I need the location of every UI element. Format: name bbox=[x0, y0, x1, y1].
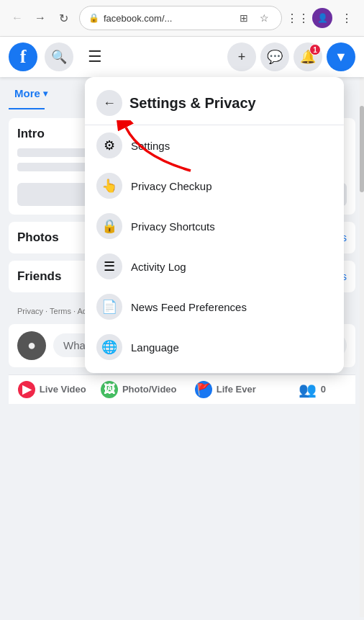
globe-icon: 🌐 bbox=[101, 339, 117, 355]
lock-icon: 🔒 bbox=[101, 218, 117, 234]
chevron-icon: ▾ bbox=[43, 89, 47, 99]
notification-badge: 1 bbox=[309, 44, 321, 55]
back-icon: ← bbox=[103, 96, 116, 111]
photos-title: Photos bbox=[17, 230, 59, 245]
header-right: + 💬 🔔 1 ▼ bbox=[227, 42, 355, 71]
more-button[interactable]: More ▾ bbox=[9, 84, 53, 102]
news-feed-label: News Feed Preferences bbox=[131, 301, 247, 313]
activity-log-icon-circle: ☰ bbox=[96, 253, 122, 279]
translate-button[interactable]: ⊞ bbox=[235, 9, 252, 27]
language-label: Language bbox=[131, 341, 179, 354]
dropdown-title: Settings & Privacy bbox=[129, 95, 256, 112]
search-icon: 🔍 bbox=[51, 49, 67, 65]
nav-buttons: ← → ↻ bbox=[7, 8, 73, 28]
address-actions: ⊞ ☆ bbox=[235, 9, 273, 27]
composer-avatar: ● bbox=[17, 331, 46, 360]
menu-item-settings[interactable]: ⚙ Settings bbox=[85, 125, 344, 166]
account-dropdown-button[interactable]: ▼ bbox=[327, 42, 355, 71]
privacy-shortcuts-icon-circle: 🔒 bbox=[96, 213, 122, 239]
settings-privacy-dropdown: ← Settings & Privacy ⚙ Settings 👆 Privac… bbox=[85, 77, 344, 373]
photo-icon: 🖼 bbox=[101, 381, 118, 398]
menu-item-privacy-shortcuts[interactable]: 🔒 Privacy Shortcuts bbox=[85, 206, 344, 246]
settings-icon-circle: ⚙ bbox=[96, 132, 122, 158]
post-actions: ▶ Live Video 🖼 Photo/Video 🚩 Life Ever 👥… bbox=[9, 374, 355, 404]
address-text: facebook.com/... bbox=[104, 13, 231, 24]
checkup-icon: 👆 bbox=[101, 178, 117, 194]
dropdown-header: ← Settings & Privacy bbox=[85, 83, 344, 125]
avatar-icon: ● bbox=[27, 337, 36, 354]
friends-button[interactable]: 👥 0 bbox=[269, 375, 356, 404]
facebook-header: f 🔍 ☰ + 💬 🔔 1 ▼ bbox=[0, 37, 364, 77]
privacy-checkup-label: Privacy Checkup bbox=[131, 180, 212, 192]
privacy-checkup-icon-circle: 👆 bbox=[96, 173, 122, 199]
plus-icon: + bbox=[238, 50, 246, 65]
friends-count: 0 bbox=[321, 384, 326, 395]
news-feed-icon-circle: 📄 bbox=[96, 294, 122, 320]
life-event-button[interactable]: 🚩 Life Ever bbox=[182, 375, 269, 404]
browser-actions: ⋮⋮ 👤 ⋮ bbox=[288, 8, 357, 28]
bookmark-button[interactable]: ☆ bbox=[255, 9, 273, 27]
list-icon: ☰ bbox=[104, 259, 115, 274]
more-label: More bbox=[14, 87, 40, 99]
life-icon: 🚩 bbox=[195, 381, 212, 398]
messenger-icon: 💬 bbox=[267, 49, 283, 65]
refresh-button[interactable]: ↻ bbox=[53, 8, 73, 28]
extensions-button[interactable]: ⋮⋮ bbox=[288, 8, 308, 28]
scrollbar-thumb[interactable] bbox=[360, 106, 364, 192]
tab-underline bbox=[9, 108, 45, 109]
photo-label: Photo/Video bbox=[122, 384, 177, 395]
photo-video-button[interactable]: 🖼 Photo/Video bbox=[96, 375, 183, 404]
news-icon: 📄 bbox=[101, 299, 117, 315]
profile-avatar: 👤 bbox=[312, 8, 332, 28]
menu-item-language[interactable]: 🌐 Language bbox=[85, 327, 344, 367]
live-video-button[interactable]: ▶ Live Video bbox=[9, 375, 96, 404]
live-icon: ▶ bbox=[18, 381, 35, 398]
dropdown-back-button[interactable]: ← bbox=[96, 90, 122, 116]
forward-button[interactable]: → bbox=[30, 8, 50, 28]
search-button[interactable]: 🔍 bbox=[45, 42, 73, 71]
live-label: Live Video bbox=[40, 384, 86, 395]
life-label: Life Ever bbox=[217, 384, 256, 395]
friends-icon: 👥 bbox=[299, 381, 317, 398]
menu-item-privacy-checkup[interactable]: 👆 Privacy Checkup bbox=[85, 166, 344, 206]
menu-button[interactable]: ☰ bbox=[81, 42, 109, 71]
back-button[interactable]: ← bbox=[7, 8, 27, 28]
activity-log-label: Activity Log bbox=[131, 261, 186, 273]
menu-item-activity-log[interactable]: ☰ Activity Log bbox=[85, 246, 344, 287]
more-options-button[interactable]: ⋮ bbox=[337, 8, 357, 28]
address-bar[interactable]: 🔒 facebook.com/... ⊞ ☆ bbox=[79, 6, 282, 30]
lock-icon: 🔒 bbox=[88, 13, 99, 23]
browser-chrome: ← → ↻ 🔒 facebook.com/... ⊞ ☆ ⋮⋮ 👤 ⋮ bbox=[0, 0, 364, 37]
add-button[interactable]: + bbox=[227, 42, 256, 71]
privacy-shortcuts-label: Privacy Shortcuts bbox=[131, 220, 215, 233]
notifications-button[interactable]: 🔔 1 bbox=[294, 42, 322, 71]
gear-icon: ⚙ bbox=[104, 138, 115, 153]
scrollbar-track[interactable] bbox=[360, 77, 364, 617]
menu-item-news-feed[interactable]: 📄 News Feed Preferences bbox=[85, 287, 344, 327]
settings-label: Settings bbox=[131, 140, 170, 152]
language-icon-circle: 🌐 bbox=[96, 334, 122, 360]
facebook-logo: f bbox=[9, 42, 37, 71]
main-content: More ▾ Intro Edit Featured Photos See Al… bbox=[0, 77, 364, 617]
chevron-down-icon: ▼ bbox=[335, 50, 347, 65]
hamburger-icon: ☰ bbox=[88, 48, 102, 66]
messenger-button[interactable]: 💬 bbox=[260, 42, 289, 71]
friends-title: Friends bbox=[17, 269, 61, 284]
